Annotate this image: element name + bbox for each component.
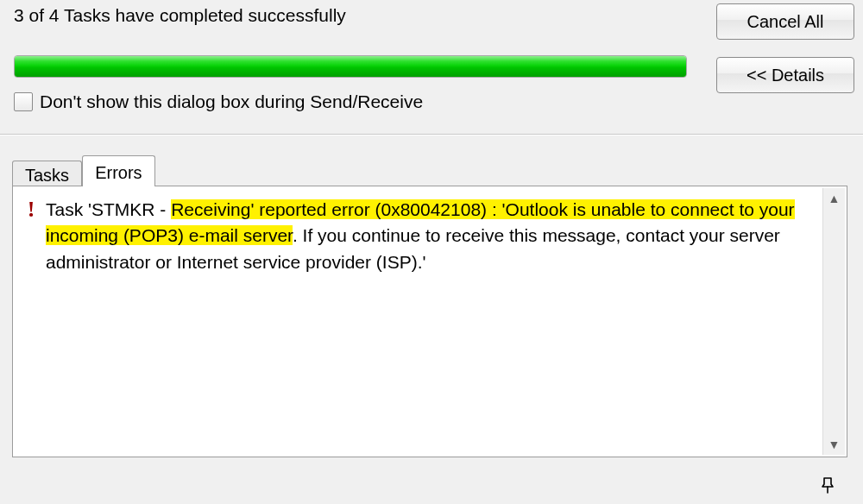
button-column: Cancel All << Details (716, 3, 854, 93)
pin-icon[interactable] (815, 475, 839, 495)
send-receive-dialog: 3 of 4 Tasks have completed successfully… (0, 0, 863, 504)
scroll-up-icon[interactable]: ▲ (828, 192, 841, 205)
tab-tasks[interactable]: Tasks (12, 161, 82, 186)
error-text: Task 'STMKR - Receiving' reported error … (46, 197, 809, 275)
dont-show-checkbox-row[interactable]: Don't show this dialog box during Send/R… (14, 91, 423, 112)
error-prefix: Task 'STMKR - (46, 199, 171, 219)
scroll-down-icon[interactable]: ▼ (828, 438, 841, 451)
error-item: ! Task 'STMKR - Receiving' reported erro… (25, 197, 838, 275)
scrollbar[interactable]: ▲ ▼ (822, 188, 845, 455)
tab-errors[interactable]: Errors (82, 155, 154, 186)
tab-strip: Tasks Errors (12, 155, 155, 186)
divider (0, 134, 863, 135)
progress-bar (14, 55, 687, 78)
checkbox-icon[interactable] (14, 92, 33, 111)
progress-fill (15, 56, 686, 77)
error-icon: ! (25, 200, 37, 219)
errors-panel: ! Task 'STMKR - Receiving' reported erro… (12, 186, 847, 457)
top-row: 3 of 4 Tasks have completed successfully… (14, 3, 854, 93)
dont-show-label: Don't show this dialog box during Send/R… (40, 91, 423, 112)
cancel-all-button[interactable]: Cancel All (716, 3, 854, 40)
details-toggle-button[interactable]: << Details (716, 57, 854, 93)
status-text: 3 of 4 Tasks have completed successfully (14, 5, 346, 26)
